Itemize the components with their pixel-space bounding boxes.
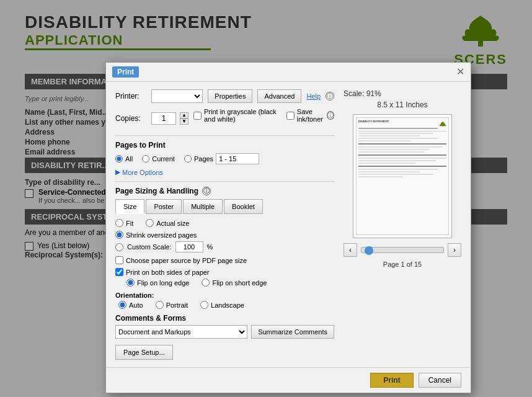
comments-select[interactable]: Document and Markups bbox=[115, 325, 247, 339]
current-page-label: Current bbox=[152, 155, 175, 163]
advanced-button[interactable]: Advanced bbox=[257, 89, 301, 103]
booklet-button[interactable]: Booklet bbox=[224, 199, 263, 214]
page-sizing-header: Page Sizing & Handling ⓘ bbox=[115, 187, 334, 195]
dialog-title: Print bbox=[112, 66, 139, 78]
help-link[interactable]: Help bbox=[306, 92, 321, 100]
pages-range-option: Pages bbox=[184, 153, 259, 164]
nav-slider[interactable] bbox=[361, 247, 444, 253]
copies-up-button[interactable]: ▲ bbox=[180, 112, 188, 118]
orientation-options: Auto Portrait Landscape bbox=[115, 301, 334, 309]
shrink-radio[interactable] bbox=[115, 231, 123, 239]
custom-scale-radio[interactable] bbox=[115, 243, 123, 251]
help-info-icon[interactable]: ⓘ bbox=[326, 92, 334, 100]
dialog-footer: Print Cancel bbox=[106, 367, 471, 393]
choose-paper-checkbox[interactable] bbox=[115, 256, 123, 264]
sizing-info-icon[interactable]: ⓘ bbox=[202, 187, 211, 195]
landscape-radio[interactable] bbox=[200, 301, 208, 309]
choose-paper-label: Choose paper source by PDF page size bbox=[126, 257, 247, 264]
dialog-titlebar: Print ✕ bbox=[106, 63, 471, 82]
print-both-sides-label: Print on both sides of paper bbox=[126, 269, 210, 276]
auto-radio[interactable] bbox=[118, 301, 126, 309]
print-button[interactable]: Print bbox=[370, 373, 413, 388]
actual-size-radio[interactable] bbox=[146, 219, 154, 227]
preview-inner: DISABILITY RETIREMENT bbox=[353, 115, 451, 238]
more-options-link[interactable]: ▶ More Options bbox=[115, 168, 334, 176]
shrink-option: Shrink oversized pages bbox=[115, 231, 334, 239]
flip-short-label: Flip on short edge bbox=[212, 279, 267, 287]
print-both-sides-checkbox[interactable] bbox=[115, 268, 123, 276]
prev-page-button[interactable]: ‹ bbox=[344, 243, 357, 257]
fit-option: Fit bbox=[115, 219, 133, 227]
current-page-option: Current bbox=[142, 155, 175, 163]
nav-controls: ‹ › bbox=[344, 243, 461, 257]
properties-button[interactable]: Properties bbox=[208, 89, 252, 103]
preview-logo-icon bbox=[439, 121, 446, 127]
portrait-option: Portrait bbox=[156, 301, 188, 309]
comments-controls: Document and Markups Summarize Comments bbox=[115, 325, 334, 339]
copies-input[interactable] bbox=[151, 112, 176, 125]
save-ink-checkbox[interactable] bbox=[286, 112, 295, 120]
flip-options: Flip on long edge Flip on short edge bbox=[115, 279, 334, 287]
portrait-radio[interactable] bbox=[156, 301, 164, 309]
size-button[interactable]: Size bbox=[115, 199, 144, 214]
current-page-radio[interactable] bbox=[142, 155, 149, 163]
nav-thumb bbox=[365, 246, 373, 255]
more-options-triangle: ▶ bbox=[115, 168, 120, 176]
preview-document: DISABILITY RETIREMENT bbox=[356, 117, 449, 235]
save-ink-option: Save ink/toner ⓘ bbox=[286, 108, 334, 123]
divider1 bbox=[115, 135, 334, 136]
landscape-label: Landscape bbox=[211, 301, 244, 309]
copies-row: Copies: ▲ ▼ Print in grayscale (black an… bbox=[115, 108, 334, 129]
pages-range-input[interactable] bbox=[216, 153, 259, 164]
flip-short-option: Flip on short edge bbox=[202, 279, 267, 287]
fit-radio[interactable] bbox=[115, 219, 123, 227]
page-count: Page 1 of 15 bbox=[344, 261, 461, 268]
copies-down-button[interactable]: ▼ bbox=[180, 118, 188, 125]
cancel-button[interactable]: Cancel bbox=[419, 373, 461, 388]
dialog-close-button[interactable]: ✕ bbox=[456, 67, 464, 77]
printer-label: Printer: bbox=[115, 92, 146, 100]
summarize-button[interactable]: Summarize Comments bbox=[251, 325, 334, 339]
scale-unit: % bbox=[207, 243, 213, 251]
pages-range-radio[interactable] bbox=[184, 155, 192, 163]
flip-short-radio[interactable] bbox=[202, 279, 210, 287]
actual-size-label: Actual size bbox=[156, 220, 189, 227]
size-buttons-row: Size Poster Multiple Booklet bbox=[115, 199, 334, 214]
auto-option: Auto bbox=[118, 301, 143, 309]
fit-options: Fit Actual size bbox=[115, 219, 334, 227]
dialog-body: Printer: Properties Advanced Help ⓘ Copi… bbox=[106, 82, 471, 367]
next-page-button[interactable]: › bbox=[448, 243, 461, 257]
save-ink-info-icon[interactable]: ⓘ bbox=[327, 111, 334, 120]
poster-button[interactable]: Poster bbox=[146, 199, 182, 214]
scale-text: Scale: 91% bbox=[344, 89, 461, 98]
all-pages-option: All bbox=[115, 155, 133, 163]
paper-size-text: 8.5 x 11 Inches bbox=[344, 100, 461, 109]
comments-section: Comments & Forms Document and Markups Su… bbox=[115, 314, 334, 339]
print-both-sides-row: Print on both sides of paper bbox=[115, 268, 334, 276]
preview-header-row: DISABILITY RETIREMENT bbox=[358, 120, 446, 126]
printer-row: Printer: Properties Advanced Help ⓘ bbox=[115, 89, 334, 103]
custom-scale-input[interactable] bbox=[175, 241, 203, 252]
flip-long-label: Flip on long edge bbox=[137, 279, 189, 287]
print-preview: DISABILITY RETIREMENT bbox=[353, 114, 452, 238]
dialog-left-panel: Printer: Properties Advanced Help ⓘ Copi… bbox=[115, 89, 334, 360]
multiple-button[interactable]: Multiple bbox=[183, 199, 223, 214]
portrait-label: Portrait bbox=[166, 301, 188, 309]
all-pages-label: All bbox=[125, 155, 133, 163]
grayscale-checkbox[interactable] bbox=[193, 112, 202, 120]
all-pages-radio[interactable] bbox=[115, 155, 123, 163]
orientation-label: Orientation: bbox=[115, 292, 334, 299]
dialog-right-panel: Scale: 91% 8.5 x 11 Inches DISABILITY RE… bbox=[344, 89, 461, 360]
flip-long-radio[interactable] bbox=[126, 279, 135, 287]
pages-range-label: Pages bbox=[194, 155, 213, 163]
custom-scale-row: Custom Scale: % bbox=[115, 241, 334, 252]
page-setup-button[interactable]: Page Setup... bbox=[115, 345, 173, 360]
copies-label: Copies: bbox=[115, 114, 146, 123]
printer-select[interactable] bbox=[151, 89, 203, 103]
orientation-row: Orientation: Auto Portrait Landscape bbox=[115, 292, 334, 309]
shrink-label: Shrink oversized pages bbox=[126, 231, 197, 239]
pages-radio-row: All Current Pages bbox=[115, 153, 334, 164]
auto-label: Auto bbox=[129, 301, 143, 309]
landscape-option: Landscape bbox=[200, 301, 244, 309]
fit-label: Fit bbox=[126, 220, 133, 227]
